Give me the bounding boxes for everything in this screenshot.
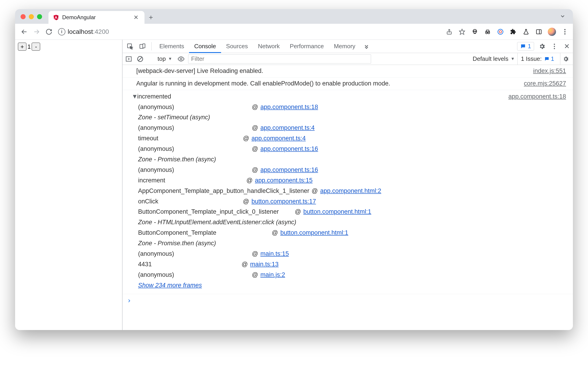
show-more-frames-link[interactable]: Show 234 more frames (132, 282, 202, 289)
devtools-close-button[interactable]: ✕ (560, 40, 573, 53)
at-symbol: @ (250, 123, 261, 133)
svg-point-15 (564, 33, 566, 34)
content-area: + 1 - Elements Console Sources Network P… (15, 40, 573, 330)
live-expression-eye-icon[interactable] (177, 55, 185, 63)
frame-source-link[interactable]: button.component.html:1 (303, 207, 371, 217)
maximize-window-button[interactable] (37, 14, 42, 19)
frame-function: 4431 (138, 259, 239, 270)
stack-frame: onClick @button.component.ts:17 (138, 196, 566, 207)
svg-rect-18 (143, 44, 145, 48)
new-tab-button[interactable]: + (144, 11, 157, 24)
frame-source-link[interactable]: app.component.ts:16 (261, 165, 318, 175)
console-sidebar-toggle-icon[interactable] (124, 55, 133, 63)
svg-marker-3 (459, 29, 464, 34)
address-bar[interactable]: i localhost:4200 (56, 26, 109, 38)
frame-source-link[interactable]: app.component.ts:4 (261, 123, 315, 133)
tab-network[interactable]: Network (253, 40, 285, 53)
at-symbol: @ (241, 196, 252, 207)
increment-button[interactable]: + (18, 42, 27, 51)
console-settings-icon[interactable] (560, 53, 571, 65)
reload-button[interactable] (44, 27, 54, 37)
svg-point-5 (474, 31, 475, 32)
tab-console[interactable]: Console (189, 40, 221, 53)
svg-point-20 (554, 46, 555, 47)
console-toolbar: top▼ Default levels▼ 1 Issue: 1 (123, 53, 573, 65)
browser-tab[interactable]: DemoAngular ✕ (48, 11, 144, 24)
async-zone-label: Zone - HTMLInputElement.addEventListener… (138, 217, 566, 228)
extension-incognito-icon[interactable] (484, 28, 491, 36)
minimize-window-button[interactable] (29, 14, 34, 19)
log-source-link[interactable]: core.mjs:25627 (519, 79, 566, 89)
at-symbol: @ (239, 259, 250, 270)
frame-source-link[interactable]: app.component.ts:15 (255, 175, 313, 186)
issues-indicator[interactable]: 1 Issue: 1 (517, 53, 557, 65)
tab-sources[interactable]: Sources (221, 40, 253, 53)
frame-source-link[interactable]: main.ts:13 (250, 259, 279, 270)
at-symbol: @ (250, 102, 261, 112)
frame-function: increment (138, 175, 244, 186)
console-prompt[interactable]: › (123, 294, 573, 307)
forward-button[interactable] (32, 27, 42, 37)
messages-badge[interactable]: 1 (517, 42, 534, 51)
frame-source-link[interactable]: main.js:2 (261, 270, 285, 280)
back-button[interactable] (19, 27, 29, 37)
site-info-icon[interactable]: i (58, 28, 65, 35)
at-symbol: @ (244, 175, 255, 186)
tab-close-button[interactable]: ✕ (132, 14, 140, 21)
labs-flask-icon[interactable] (522, 28, 530, 36)
close-window-button[interactable] (21, 14, 26, 19)
extensions-puzzle-icon[interactable] (509, 28, 517, 36)
disclosure-triangle-icon[interactable]: ▼ (132, 92, 137, 102)
frame-source-link[interactable]: app.component.ts:16 (261, 144, 318, 154)
app-viewport: + 1 - (15, 40, 123, 330)
frame-source-link[interactable]: app.component.ts:18 (261, 102, 318, 112)
device-toolbar-icon[interactable] (136, 40, 149, 53)
stack-frame: (anonymous) @app.component.ts:4 (138, 123, 566, 133)
toolbar-actions (445, 28, 569, 36)
trace-source-link[interactable]: app.component.ts:18 (508, 92, 566, 102)
frame-source-link[interactable]: app.component.html:2 (320, 186, 381, 196)
inspect-element-icon[interactable] (124, 40, 136, 53)
log-row: [webpack-dev-server] Live Reloading enab… (123, 65, 573, 77)
frame-function: ButtonComponent_Template (138, 228, 269, 238)
at-symbol: @ (250, 270, 261, 280)
share-icon[interactable] (445, 28, 453, 36)
clear-console-icon[interactable] (136, 55, 144, 63)
frame-source-link[interactable]: button.component.ts:17 (252, 196, 316, 207)
log-source-link[interactable]: index.js:551 (528, 66, 566, 76)
window-controls (19, 14, 48, 24)
devtools-menu-icon[interactable] (548, 40, 560, 53)
log-levels-selector[interactable]: Default levels▼ (473, 55, 515, 63)
tab-elements[interactable]: Elements (154, 40, 189, 53)
chrome-menu-icon[interactable] (561, 28, 569, 36)
filter-input[interactable] (188, 54, 371, 64)
frame-source-link[interactable]: main.ts:15 (261, 249, 289, 259)
execution-context-selector[interactable]: top▼ (156, 55, 174, 63)
svg-line-24 (138, 57, 142, 61)
profile-avatar[interactable] (548, 28, 556, 36)
async-zone-label: Zone - setTimeout (async) (138, 112, 566, 123)
tab-memory[interactable]: Memory (329, 40, 360, 53)
stack-frame: ButtonComponent_Template @button.compone… (138, 228, 566, 238)
svg-point-8 (488, 32, 490, 34)
extension-skull-icon[interactable] (471, 28, 479, 36)
frame-source-link[interactable]: button.component.html:1 (280, 228, 348, 238)
decrement-button[interactable]: - (32, 42, 40, 51)
trace-label: incremented (137, 92, 171, 102)
devtools-settings-icon[interactable] (536, 40, 548, 53)
extension-lens-icon[interactable] (496, 28, 504, 36)
async-zone-label: Zone - Promise.then (async) (138, 154, 566, 165)
log-message: [webpack-dev-server] Live Reloading enab… (136, 66, 528, 76)
stack-frame: (anonymous) @app.component.ts:16 (138, 165, 566, 175)
sidepanel-icon[interactable] (535, 28, 543, 36)
svg-rect-11 (537, 30, 541, 34)
frame-source-link[interactable]: app.component.ts:4 (252, 133, 306, 144)
tabs-overflow-icon[interactable] (360, 40, 373, 53)
tabs-overflow-button[interactable] (556, 11, 569, 24)
stack-trace: ▼ incremented app.component.ts:18 (anony… (123, 90, 573, 294)
counter-value: 1 (27, 43, 32, 50)
tab-performance[interactable]: Performance (285, 40, 329, 53)
log-message: Angular is running in development mode. … (136, 79, 519, 89)
bookmark-star-icon[interactable] (458, 28, 466, 36)
stack-frame: ButtonComponent_Template_input_click_0_l… (138, 207, 566, 217)
